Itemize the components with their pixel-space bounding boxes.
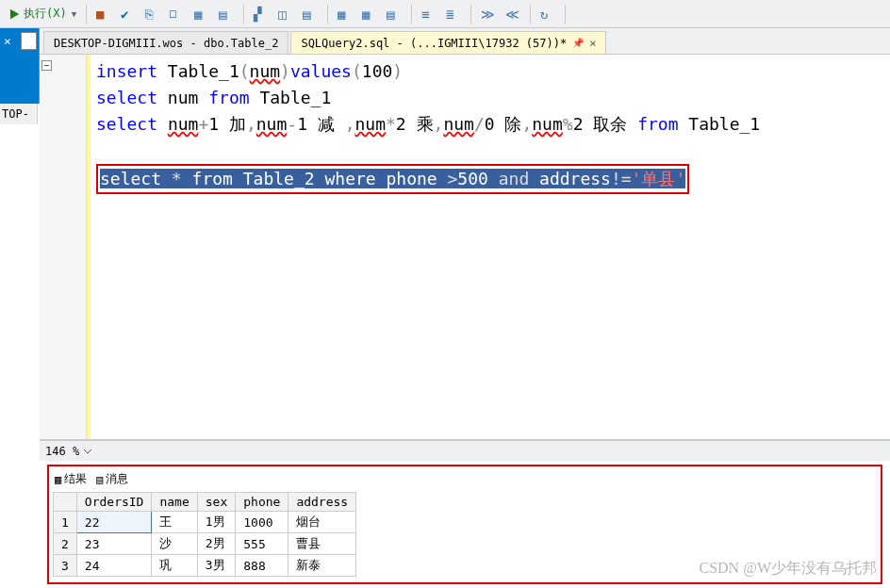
grid-mode-button[interactable]: ▦ — [190, 3, 213, 25]
execute-button[interactable]: 执行(X) ▼ — [4, 3, 80, 25]
tab-label: DESKTOP-DIGMIII.wos - dbo.Table_2 — [54, 37, 278, 50]
code-line-1: insert Table_1(num)values(100) — [96, 58, 884, 85]
cell[interactable]: 曹县 — [288, 533, 356, 555]
tab-bar: DESKTOP-DIGMIII.wos - dbo.Table_2 SQLQue… — [40, 28, 890, 55]
cell[interactable]: 王 — [152, 512, 197, 533]
cell[interactable]: 23 — [76, 533, 152, 555]
table-row[interactable]: 3 24 巩 3男 888 新泰 — [54, 555, 356, 577]
tab-table2[interactable]: DESKTOP-DIGMIII.wos - dbo.Table_2 — [43, 31, 288, 54]
tab-label: SQLQuery2.sql - (...IGMIII\17932 (57))* — [301, 37, 567, 50]
main-toolbar: 执行(X) ▼ ■ ✔ ⎘ □ ▦ ▤ ▞ ◫ ▤ ▦ ▦ ▤ ≡ ≣ ≫ ≪ … — [0, 0, 890, 28]
message-icon: ▤ — [96, 473, 103, 486]
stats-button-2[interactable]: ▦ — [358, 3, 381, 25]
separator — [530, 5, 531, 24]
close-icon[interactable]: × — [589, 37, 596, 50]
plan-button-2[interactable]: ◫ — [274, 3, 297, 25]
execute-label: 执行(X) — [24, 6, 67, 22]
cell[interactable]: 24 — [76, 555, 152, 577]
code-editor[interactable]: insert Table_1(num)values(100) select nu… — [87, 55, 890, 439]
file-mode-button[interactable]: ▤ — [215, 3, 238, 25]
close-icon[interactable]: × — [4, 34, 11, 48]
chevron-down-icon — [83, 447, 92, 456]
text-mode-button[interactable]: □ — [166, 3, 189, 25]
tab-label: 消息 — [106, 471, 128, 487]
plan-button-1[interactable]: ▞ — [250, 3, 272, 25]
indent-inc-button[interactable]: ≫ — [477, 3, 500, 25]
separator — [86, 5, 87, 24]
main-panel: DESKTOP-DIGMIII.wos - dbo.Table_2 SQLQue… — [40, 28, 890, 588]
table-row[interactable]: 2 23 沙 2男 555 曹县 — [54, 533, 356, 555]
cell[interactable]: 888 — [236, 555, 288, 577]
col-address[interactable]: address — [288, 493, 356, 512]
editor-statusbar: 146 % — [40, 440, 890, 461]
grid-icon: ▦ — [55, 473, 61, 486]
cell[interactable]: 烟台 — [288, 512, 356, 533]
code-line-2: select num from Table_1 — [96, 85, 884, 111]
rownum: 2 — [54, 533, 77, 555]
plan-button-3[interactable]: ▤ — [299, 3, 321, 25]
rownum: 3 — [54, 555, 77, 577]
results-grid[interactable]: OrdersID name sex phone address 1 22 王 1… — [53, 492, 356, 577]
side-tab[interactable] — [21, 32, 37, 50]
separator — [243, 5, 244, 24]
col-phone[interactable]: phone — [236, 493, 288, 512]
zoom-value: 146 % — [45, 445, 79, 458]
cell[interactable]: 沙 — [152, 533, 197, 555]
cell[interactable]: 22 — [76, 512, 152, 533]
cell[interactable]: 1男 — [197, 512, 235, 533]
stats-button-1[interactable]: ▦ — [334, 3, 356, 25]
zoom-control[interactable]: 146 % — [45, 445, 92, 458]
uncomment-button[interactable]: ≣ — [442, 3, 465, 25]
comment-button[interactable]: ≡ — [418, 3, 440, 25]
cell[interactable]: 2男 — [197, 533, 235, 555]
col-sex[interactable]: sex — [197, 493, 235, 512]
parse-button[interactable]: ✔ — [117, 3, 140, 25]
editor-area: − insert Table_1(num)values(100) select … — [40, 55, 890, 440]
side-strip: × — [0, 28, 40, 104]
tab-label: 结果 — [64, 471, 87, 487]
separator — [470, 5, 471, 24]
indent-button[interactable]: ⎘ — [141, 3, 164, 25]
results-tab-bar: ▦ 结果 ▤ 消息 — [53, 468, 877, 490]
reconnect-button[interactable]: ↻ — [536, 3, 559, 25]
table-header-row: OrdersID name sex phone address — [54, 493, 356, 512]
chevron-down-icon: ▼ — [70, 9, 76, 19]
cell[interactable]: 3男 — [197, 555, 235, 577]
separator — [411, 5, 412, 24]
results-panel: ▦ 结果 ▤ 消息 OrdersID name sex phone addres… — [47, 465, 882, 584]
stop-button[interactable]: ■ — [92, 3, 115, 25]
tab-sqlquery2[interactable]: SQLQuery2.sql - (...IGMIII\17932 (57))* … — [290, 31, 606, 54]
tab-messages[interactable]: ▤ 消息 — [96, 471, 128, 487]
stats-button-3[interactable]: ▤ — [383, 3, 405, 25]
cell[interactable]: 巩 — [152, 555, 197, 577]
object-explorer-fragment: TOP- — [0, 104, 38, 124]
pin-icon[interactable]: 📌 — [572, 38, 584, 48]
cell[interactable]: 1000 — [236, 512, 288, 533]
rownum: 1 — [54, 512, 77, 533]
code-line-3: select num+1 加,num-1 减 ,num*2 乘,num/0 除,… — [96, 111, 884, 138]
col-name[interactable]: name — [152, 493, 197, 512]
code-line-5: select * from Table_2 where phone >500 a… — [96, 164, 884, 194]
separator — [327, 5, 328, 24]
table-row[interactable]: 1 22 王 1男 1000 烟台 — [54, 512, 356, 533]
col-rownum — [54, 493, 77, 512]
indent-dec-button[interactable]: ≪ — [502, 3, 524, 25]
cell[interactable]: 新泰 — [288, 555, 356, 577]
code-line-4 — [96, 138, 884, 164]
cell[interactable]: 555 — [236, 533, 288, 555]
collapse-icon[interactable]: − — [41, 60, 52, 71]
separator — [565, 5, 566, 24]
col-ordersid[interactable]: OrdersID — [76, 493, 152, 512]
tab-results[interactable]: ▦ 结果 — [55, 471, 87, 487]
gutter: − — [40, 55, 87, 439]
play-icon — [8, 8, 21, 21]
